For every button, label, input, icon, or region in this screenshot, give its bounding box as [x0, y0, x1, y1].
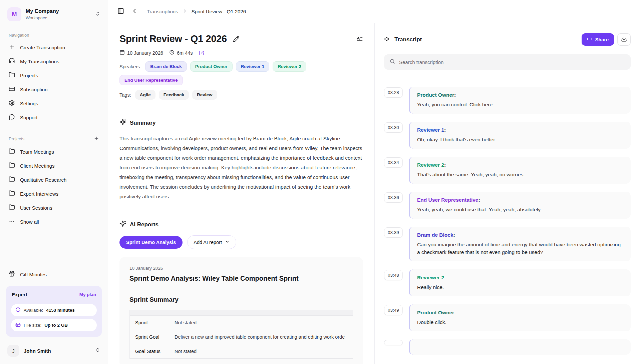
transcript-text: Yeah, you can control. Click here. — [417, 101, 623, 108]
add-ai-report-button[interactable]: Add AI report — [187, 235, 236, 249]
sidebar-item-projects[interactable]: Projects — [6, 68, 102, 82]
chat-icon — [9, 114, 15, 121]
external-link-icon[interactable] — [199, 50, 204, 56]
search-input[interactable] — [399, 59, 625, 65]
workspace-type: Workspace — [26, 15, 59, 20]
sidebar-item-label: Qualitative Research — [20, 177, 66, 183]
tag-review[interactable]: Review — [192, 90, 217, 100]
transcript-bubble[interactable]: Reviewer 2: That's about the same. Yeah,… — [409, 157, 631, 184]
speaker-chip-bram-de-block[interactable]: Bram de Block — [145, 61, 187, 72]
table-row: Sprint Goal Deliver a new and improved t… — [130, 330, 353, 344]
sidebar-toggle-button[interactable] — [117, 8, 124, 16]
transcript-text: Double click. — [417, 318, 623, 326]
date-meta: 10 January 2026 — [119, 50, 163, 56]
tags-row: Tags: Agile Feedback Review — [119, 90, 363, 100]
speaker-name: Reviewer 1 — [417, 127, 444, 133]
sidebar-project-user-sessions[interactable]: User Sessions — [6, 201, 102, 215]
speaker-chip-product-owner[interactable]: Product Owner — [190, 61, 233, 72]
timestamp-pill[interactable]: 03:48 — [384, 270, 403, 280]
workspace-name: My Company — [26, 8, 59, 14]
sidebar-item-label: Client Meetings — [20, 163, 54, 169]
sidebar-project-team-meetings[interactable]: Team Meetings — [6, 145, 102, 159]
table-row: Sprint Not stated — [130, 316, 353, 330]
sparkles-icon — [119, 220, 126, 229]
transcript-entry: 03:28 Product Owner: Yeah, you can contr… — [384, 87, 631, 114]
main-panel: Transcriptions Sprint Review - Q1 2026 S… — [108, 0, 374, 364]
filesize-value: Up to 2 GB — [44, 323, 68, 328]
user-name: John Smith — [24, 348, 51, 354]
letter-text-icon-button[interactable] — [356, 36, 363, 42]
sidebar-gift-minutes[interactable]: Gift Minutes — [6, 267, 102, 281]
sidebar-item-subscription[interactable]: Subscription — [6, 82, 102, 96]
transcript-bubble[interactable]: Reviewer 1: Oh, okay. I think that's eve… — [409, 122, 631, 149]
sidebar-show-all[interactable]: Show all — [6, 215, 102, 229]
timestamp-pill[interactable]: 03:30 — [384, 122, 403, 133]
transcript-bubble[interactable]: Product Owner: Double click. — [409, 304, 631, 331]
transcript-entry: 03:49 Product Owner: Double click. — [384, 304, 631, 331]
tag-agile[interactable]: Agile — [135, 90, 155, 100]
breadcrumb-current: Sprint Review - Q1 2026 — [192, 9, 246, 14]
plan-card: Expert My plan Available: 4153 minutes F… — [6, 286, 102, 337]
timestamp-pill[interactable]: 03:34 — [384, 157, 403, 168]
speaker-chip-reviewer-1[interactable]: Reviewer 1 — [236, 61, 270, 72]
transcript-bubble[interactable]: End User Representative: Yeah, yeah, we … — [409, 192, 631, 219]
speaker-name: Reviewer 2 — [417, 275, 444, 280]
report-tab-sprint-demo-analysis[interactable]: Sprint Demo Analysis — [119, 236, 183, 249]
speaker-name: End User Representative — [417, 197, 478, 203]
sidebar-item-create-transcription[interactable]: Create Transcription — [6, 40, 102, 54]
gift-icon — [9, 271, 15, 278]
breadcrumb-transcriptions[interactable]: Transcriptions — [147, 9, 178, 14]
calendar-icon — [119, 50, 125, 56]
speakers-row: Speakers: Bram de Block Product Owner Re… — [119, 61, 363, 72]
plan-available-pill: Available: 4153 minutes — [11, 304, 97, 316]
add-project-button[interactable] — [94, 136, 99, 142]
sidebar-item-label: Subscription — [20, 87, 48, 92]
workspace-avatar: M — [7, 7, 21, 21]
folder-icon — [9, 148, 15, 155]
sidebar-item-my-transcriptions[interactable]: My Transcriptions — [6, 54, 102, 68]
sidebar-project-expert-interviews[interactable]: Expert Interviews — [6, 187, 102, 201]
report-section-title: Sprint Summary — [129, 296, 353, 303]
back-button[interactable] — [132, 8, 139, 16]
sidebar-item-settings[interactable]: Settings — [6, 96, 102, 110]
transcript-bubble[interactable]: Product Owner: Yeah, you can control. Cl… — [409, 87, 631, 114]
timestamp-pill[interactable]: 03:39 — [384, 227, 403, 238]
timestamp-pill[interactable] — [384, 340, 403, 345]
sidebar-item-label: Expert Interviews — [20, 191, 58, 197]
speaker-chip-reviewer-2[interactable]: Reviewer 2 — [273, 61, 306, 72]
sidebar-spacer — [6, 229, 102, 267]
folder-icon — [9, 204, 15, 211]
report-tabs: Sprint Demo Analysis Add AI report — [119, 235, 363, 249]
transcript-entry: 03:48 Reviewer 2: Really nice. — [384, 269, 631, 296]
share-button[interactable]: Share — [582, 33, 614, 46]
sidebar-item-label: Show all — [20, 219, 39, 225]
timestamp-pill[interactable]: 03:28 — [384, 87, 403, 98]
my-plan-link[interactable]: My plan — [79, 292, 96, 297]
filesize-label: File size: — [24, 323, 41, 328]
table-header-row — [130, 310, 353, 316]
user-menu[interactable]: J John Smith — [6, 343, 102, 358]
transcript-text: Really nice. — [417, 283, 623, 291]
divider — [119, 211, 363, 211]
transcript-bubble[interactable]: Reviewer 2: Really nice. — [409, 269, 631, 296]
transcript-bubble[interactable] — [409, 339, 631, 355]
timestamp-pill[interactable]: 03:36 — [384, 192, 403, 203]
workspace-switcher[interactable]: M My Company Workspace — [6, 7, 102, 21]
transcript-bubble[interactable]: Bram de Block: Can you imagine the amoun… — [409, 227, 631, 261]
edit-title-button[interactable] — [233, 36, 240, 42]
sidebar-item-label: Settings — [20, 101, 38, 106]
speaker-chip-end-user-representative[interactable]: End User Representative — [119, 75, 183, 85]
tag-feedback[interactable]: Feedback — [159, 90, 189, 100]
sidebar-project-qualitative-research[interactable]: Qualitative Research — [6, 173, 102, 187]
timestamp-pill[interactable]: 03:49 — [384, 305, 403, 315]
credit-card-icon — [9, 86, 15, 93]
sidebar-item-support[interactable]: Support — [6, 110, 102, 124]
folder-icon — [9, 190, 15, 197]
sidebar-project-client-meetings[interactable]: Client Meetings — [6, 159, 102, 173]
search-bar — [384, 54, 631, 70]
plus-icon — [9, 44, 15, 51]
volume-icon — [384, 36, 391, 44]
transcript-entry: 03:30 Reviewer 1: Oh, okay. I think that… — [384, 122, 631, 149]
sidebar: M My Company Workspace Navigation Create… — [0, 0, 108, 364]
download-button[interactable] — [617, 33, 631, 46]
